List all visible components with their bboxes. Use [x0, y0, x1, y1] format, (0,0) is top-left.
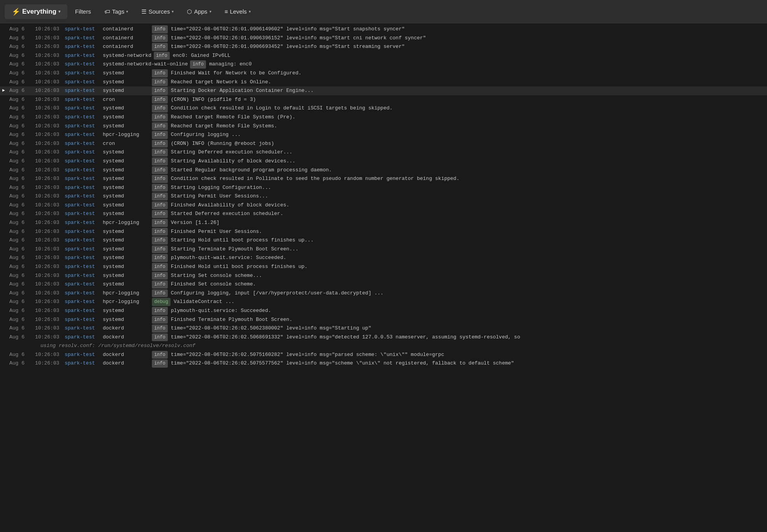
log-host: spark-test — [65, 236, 100, 244]
log-service: systemd — [103, 280, 150, 288]
table-row[interactable]: Aug 610:26:03spark-testcroninfo(CRON) IN… — [0, 139, 767, 148]
table-row[interactable]: Aug 610:26:03spark-testsystemdinfoCondit… — [0, 104, 767, 113]
log-service: systemd — [103, 201, 150, 209]
table-row[interactable]: Aug 610:26:03spark-testsystemdinfoplymou… — [0, 307, 767, 315]
log-service: containerd — [103, 43, 150, 51]
log-time: 10:26:03 — [35, 316, 62, 324]
table-row[interactable]: Aug 610:26:03spark-testsystemdinfoStarti… — [0, 192, 767, 201]
table-row[interactable]: Aug 610:26:03spark-testsystemdinfoCondit… — [0, 174, 767, 183]
log-host: spark-test — [65, 113, 100, 121]
bolt-icon: ⚡ — [12, 7, 20, 16]
log-time: 10:26:03 — [35, 272, 62, 280]
log-time: 10:26:03 — [35, 122, 62, 130]
log-date: Aug 6 — [9, 210, 33, 218]
everything-button[interactable]: ⚡ Everything ▾ — [5, 4, 67, 19]
table-row[interactable]: Aug 610:26:03spark-testcontainerdinfotim… — [0, 42, 767, 51]
table-row[interactable]: Aug 610:26:03spark-testsystemdinfoFinish… — [0, 201, 767, 210]
log-time: 10:26:03 — [35, 201, 62, 209]
log-date: Aug 6 — [9, 52, 33, 60]
log-date: Aug 6 — [9, 228, 33, 236]
log-host: spark-test — [65, 157, 100, 165]
log-time: 10:26:03 — [35, 298, 62, 306]
table-row[interactable]: Aug 610:26:03spark-testsystemdinfoStarte… — [0, 166, 767, 175]
table-row[interactable]: Aug 610:26:03spark-testsystemdinfoFinish… — [0, 280, 767, 289]
log-host: spark-test — [65, 254, 100, 262]
log-message: Starting Terminate Plymouth Boot Screen.… — [171, 245, 299, 253]
table-row[interactable]: Aug 610:26:03spark-testdockerdinfotime="… — [0, 359, 767, 368]
table-row[interactable]: Aug 610:26:03spark-testsystemdinfoReache… — [0, 113, 767, 122]
table-row[interactable]: Aug 610:26:03spark-testsystemd-networkd-… — [0, 60, 767, 69]
log-service: containerd — [103, 25, 150, 33]
log-service: systemd — [103, 113, 150, 121]
log-time: 10:26:03 — [35, 87, 62, 95]
log-level-badge: info — [152, 359, 168, 368]
log-service: systemd — [103, 228, 150, 236]
log-service: systemd — [103, 263, 150, 271]
table-row[interactable]: Aug 610:26:03spark-testsystemdinfoFinish… — [0, 69, 767, 78]
table-row[interactable]: Aug 610:26:03spark-testcontainerdinfotim… — [0, 34, 767, 43]
log-date: Aug 6 — [9, 78, 33, 86]
log-time: 10:26:03 — [35, 245, 62, 253]
log-date: Aug 6 — [9, 201, 33, 209]
table-row[interactable]: Aug 610:26:03spark-testsystemdinfoStarti… — [0, 157, 767, 166]
filters-button[interactable]: Filters — [70, 6, 97, 17]
table-row[interactable]: Aug 610:26:03spark-testdockerdinfotime="… — [0, 324, 767, 333]
table-row[interactable]: Aug 610:26:03spark-testcontainerdinfotim… — [0, 25, 767, 34]
table-row[interactable]: Aug 610:26:03spark-testsystemdinfoFinish… — [0, 262, 767, 271]
log-service: systemd — [103, 307, 150, 315]
table-row[interactable]: Aug 610:26:03spark-testdockerdinfotime="… — [0, 333, 767, 342]
log-service: systemd — [103, 210, 150, 218]
table-row[interactable]: Aug 610:26:03spark-testhpcr-logginginfoV… — [0, 218, 767, 227]
log-container[interactable]: Aug 610:26:03spark-testcontainerdinfotim… — [0, 23, 767, 532]
table-row[interactable]: Aug 610:26:03spark-testsystemd-networkdi… — [0, 51, 767, 60]
tags-button[interactable]: 🏷 Tags ▾ — [99, 6, 134, 17]
log-message: time="2022-08-06T02:26:02.5062380002" le… — [171, 324, 371, 332]
log-host: spark-test — [65, 210, 100, 218]
log-level-badge: info — [152, 166, 168, 174]
table-row[interactable]: Aug 610:26:03spark-testsystemdinfoStarti… — [0, 236, 767, 245]
table-row[interactable]: Aug 610:26:03spark-testsystemdinfoStarti… — [0, 271, 767, 280]
table-row[interactable]: Aug 610:26:03spark-testsystemdinfoFinish… — [0, 227, 767, 236]
table-row[interactable]: Aug 610:26:03spark-testcroninfo(CRON) IN… — [0, 95, 767, 104]
apps-button[interactable]: ⬡ Apps ▾ — [181, 6, 216, 18]
log-time: 10:26:03 — [35, 157, 62, 165]
table-row[interactable]: Aug 610:26:03spark-testsystemdinfoStarti… — [0, 148, 767, 157]
log-date: Aug 6 — [9, 289, 33, 297]
log-time: 10:26:03 — [35, 219, 62, 227]
log-level-badge: info — [152, 131, 168, 139]
log-message: time="2022-08-06T02:26:01.0906396152" le… — [171, 34, 426, 42]
levels-button[interactable]: ≡ Levels ▾ — [219, 6, 256, 17]
log-time: 10:26:03 — [35, 236, 62, 244]
log-service: containerd — [103, 34, 150, 42]
log-level-badge: info — [152, 245, 168, 254]
log-host: spark-test — [65, 96, 100, 104]
table-row[interactable]: Aug 610:26:03spark-testsystemdinfoStarte… — [0, 210, 767, 218]
sources-button[interactable]: ☰ Sources ▾ — [136, 6, 179, 18]
log-time: 10:26:03 — [35, 34, 62, 42]
table-row[interactable]: Aug 610:26:03spark-testsystemdinfoplymou… — [0, 254, 767, 262]
log-host: spark-test — [65, 263, 100, 271]
log-time: 10:26:03 — [35, 351, 62, 359]
table-row[interactable]: Aug 610:26:03spark-testhpcr-logginginfoC… — [0, 289, 767, 298]
table-row[interactable]: Aug 610:26:03spark-testsystemdinfoStarti… — [0, 183, 767, 192]
table-row[interactable]: Aug 610:26:03spark-testdockerdinfotime="… — [0, 351, 767, 359]
table-row[interactable]: Aug 610:26:03spark-testhpcr-loggingdebug… — [0, 298, 767, 307]
apps-icon: ⬡ — [187, 8, 192, 15]
log-service: systemd — [103, 122, 150, 130]
table-row[interactable]: ▶Aug 610:26:03spark-testsystemdinfoStart… — [0, 86, 767, 95]
log-level-badge: info — [152, 34, 168, 42]
log-message: Condition check resulted in Login to def… — [171, 104, 393, 112]
table-row[interactable]: Aug 610:26:03spark-testsystemdinfoStarti… — [0, 245, 767, 254]
table-row[interactable]: using resolv.conf: /run/systemd/resolve/… — [0, 342, 767, 350]
sources-chevron-icon: ▾ — [172, 9, 174, 14]
log-level-badge: info — [152, 96, 168, 104]
log-message: Reached target Network is Online. — [171, 78, 271, 86]
table-row[interactable]: Aug 610:26:03spark-testsystemdinfoFinish… — [0, 315, 767, 324]
log-continuation: using resolv.conf: /run/systemd/resolve/… — [9, 342, 195, 350]
log-message: plymouth-quit.service: Succeeded. — [171, 307, 271, 315]
log-date: Aug 6 — [9, 184, 33, 192]
log-time: 10:26:03 — [35, 324, 62, 332]
table-row[interactable]: Aug 610:26:03spark-testsystemdinfoReache… — [0, 78, 767, 87]
table-row[interactable]: Aug 610:26:03spark-testsystemdinfoReache… — [0, 122, 767, 131]
table-row[interactable]: Aug 610:26:03spark-testhpcr-logginginfoC… — [0, 130, 767, 139]
